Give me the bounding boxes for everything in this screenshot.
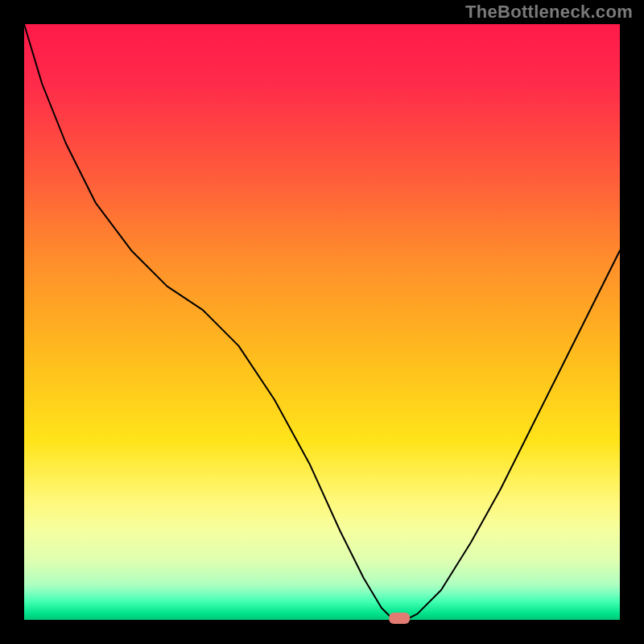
chart-frame: TheBottleneck.com (0, 0, 644, 644)
bottleneck-curve (24, 24, 620, 620)
plot-area (24, 24, 620, 620)
optimal-marker (389, 613, 410, 624)
watermark-text: TheBottleneck.com (465, 2, 633, 23)
chart-svg (24, 24, 620, 620)
